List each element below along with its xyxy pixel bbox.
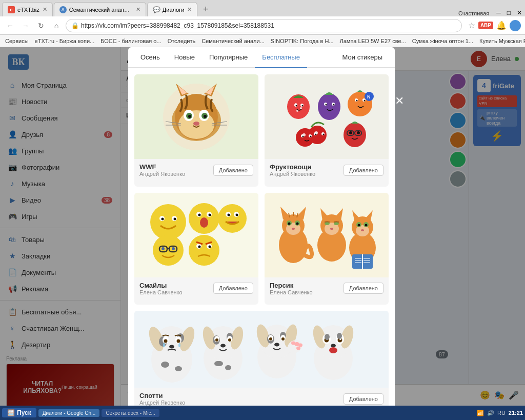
счастливая-label: Счастливая — [454, 10, 493, 16]
sticker-pack-fruits-author: Андрей Яковенко — [270, 171, 315, 177]
svg-point-55 — [349, 131, 352, 134]
sticker-pack-smileys[interactable]: Смайлы Елена Савченко Добавлено — [134, 193, 258, 305]
secure-icon: 🔒 — [71, 22, 79, 29]
svg-point-138 — [161, 362, 169, 368]
window-maximize[interactable]: □ — [504, 9, 514, 16]
svg-point-181 — [329, 347, 337, 353]
taskbar-item-chrome[interactable]: Диалоги - Google Ch... — [38, 409, 100, 417]
sticker-pack-cats[interactable]: Персик Елена Савченко Добавлено — [265, 193, 389, 305]
sticker-pack-spotty-preview — [134, 311, 389, 388]
svg-point-135 — [169, 345, 174, 349]
bookmark-kupit[interactable]: Купить Мужская Руба... — [477, 38, 525, 44]
bookmark-track[interactable]: Отследить — [166, 38, 198, 44]
bookmark-etxt[interactable]: eTXT.ru - Биржа копи... — [33, 38, 97, 44]
svg-point-50 — [323, 133, 325, 135]
svg-point-61 — [174, 218, 176, 221]
svg-point-116 — [361, 229, 364, 231]
url-bar[interactable]: 🔒 https://vk.com/im?peers=388998482_c93_… — [66, 19, 462, 32]
window-minimize[interactable]: ─ — [493, 9, 504, 16]
sticker-pack-wwf-button[interactable]: Добавлено — [213, 165, 253, 176]
svg-point-66 — [209, 214, 211, 216]
refresh-button[interactable]: ↻ — [35, 19, 47, 32]
svg-point-60 — [161, 218, 164, 221]
sticker-pack-smileys-author: Елена Савченко — [139, 289, 183, 295]
svg-point-137 — [178, 343, 180, 347]
start-button[interactable]: 🪟 Пуск — [2, 408, 36, 417]
tab-close-icon-2[interactable]: ✕ — [136, 6, 140, 13]
svg-point-106 — [330, 228, 333, 230]
bookmark-semantic[interactable]: Семантический анали... — [199, 38, 267, 44]
stickers-grid: WWF Андрей Яковенко Добавлено — [128, 68, 395, 420]
taskbar-right-area: 📶 🔊 RU 21:21 — [477, 410, 523, 416]
svg-point-169 — [216, 361, 223, 366]
tab-free[interactable]: Бесплатные — [255, 47, 307, 68]
bookmark-services[interactable]: Сервисы — [3, 38, 31, 44]
svg-point-25 — [296, 105, 297, 106]
sticker-pack-smileys-info: Смайлы Елена Савченко Добавлено — [134, 277, 258, 299]
stickers-modal: Осень Новые Популярные Бесплатные Мои ст… — [128, 47, 395, 420]
tab-osen[interactable]: Осень — [133, 47, 167, 68]
svg-point-167 — [298, 344, 302, 347]
bookmarks-bar: Сервисы eTXT.ru - Биржа копи... БОСС - б… — [0, 35, 525, 47]
svg-point-77 — [161, 247, 165, 250]
bookmark-sumka[interactable]: Сумка жіноча оптон 1... — [410, 38, 475, 44]
tab-popular[interactable]: Популярные — [202, 47, 255, 68]
notification-icon[interactable]: 🔔 — [496, 21, 507, 30]
tab-new[interactable]: Новые — [167, 47, 202, 68]
svg-point-49 — [315, 133, 317, 135]
svg-point-72 — [236, 214, 238, 216]
bookmark-sinoptik[interactable]: SINOPTIK: Погода в Н... — [269, 38, 336, 44]
sticker-pack-fruits-button[interactable]: Добавлено — [344, 165, 383, 176]
sticker-pack-cats-button[interactable]: Добавлено — [344, 283, 383, 294]
tab-bar: e eTXT.biz ✕ A Семантический анализ те..… — [0, 0, 525, 16]
bookmark-boss[interactable]: БОСС - билинговая о... — [98, 38, 163, 44]
svg-point-134 — [177, 339, 180, 343]
bookmark-star-icon[interactable]: ☆ — [468, 21, 475, 30]
sticker-pack-smileys-button[interactable]: Добавлено — [213, 283, 253, 294]
sticker-pack-fruits-info: Фруктовощи Андрей Яковенко Добавлено — [265, 159, 389, 181]
svg-point-79 — [189, 235, 219, 266]
svg-point-166 — [291, 342, 295, 345]
svg-point-136 — [163, 343, 165, 347]
sticker-pack-wwf[interactable]: WWF Андрей Яковенко Добавлено — [134, 74, 258, 187]
tab-semantic[interactable]: A Семантический анализ те... ✕ — [54, 2, 146, 16]
svg-point-161 — [269, 337, 272, 341]
svg-point-139 — [175, 366, 182, 371]
sticker-pack-smileys-preview — [134, 193, 258, 277]
user-avatar-chrome[interactable] — [510, 20, 521, 31]
tab-close-icon[interactable]: ✕ — [43, 6, 47, 13]
svg-text:N: N — [367, 94, 371, 99]
tab-close-icon-3[interactable]: ✕ — [187, 6, 192, 13]
svg-point-93 — [288, 223, 291, 225]
network-icon: 📶 — [477, 410, 484, 416]
tab-title-2: Семантический анализ те... — [69, 7, 133, 13]
svg-point-180 — [331, 344, 336, 348]
new-tab-button[interactable]: + — [198, 2, 213, 16]
window-close[interactable]: ✕ — [514, 9, 525, 16]
sticker-pack-spotty-name: Спотти — [139, 392, 185, 399]
sticker-pack-spotty[interactable]: Спотти Андрей Яковенко Добавлено — [134, 311, 389, 415]
forward-button[interactable]: → — [19, 19, 32, 32]
home-button[interactable]: ⌂ — [50, 19, 63, 32]
svg-point-83 — [209, 246, 211, 248]
close-modal-button[interactable]: ✕ — [395, 94, 525, 108]
bookmark-lampa[interactable]: Лампа LED 5W E27 све... — [338, 38, 408, 44]
sticker-pack-fruits[interactable]: N — [265, 74, 389, 187]
svg-point-30 — [326, 104, 327, 105]
svg-point-152 — [225, 365, 231, 370]
tab-dialogi[interactable]: 💬 Диалоги ✕ — [147, 2, 198, 16]
smileys-sticker — [145, 199, 248, 271]
tab-mystickers[interactable]: Мои стикеры — [335, 47, 390, 68]
tab-favicon: e — [8, 6, 15, 13]
back-button[interactable]: ← — [4, 19, 16, 32]
start-label: Пуск — [17, 409, 31, 416]
taskbar-time: 21:21 — [509, 410, 523, 416]
sticker-pack-fruits-preview: N — [265, 74, 389, 159]
svg-point-73 — [153, 235, 184, 266]
svg-point-78 — [172, 247, 175, 250]
tab-etxt[interactable]: e eTXT.biz ✕ — [2, 2, 53, 16]
svg-point-71 — [228, 214, 230, 216]
svg-point-35 — [356, 99, 358, 101]
taskbar-item-word[interactable]: Секреты.docx - Mic... — [102, 409, 159, 417]
sticker-pack-spotty-button[interactable]: Добавлено — [344, 393, 383, 405]
